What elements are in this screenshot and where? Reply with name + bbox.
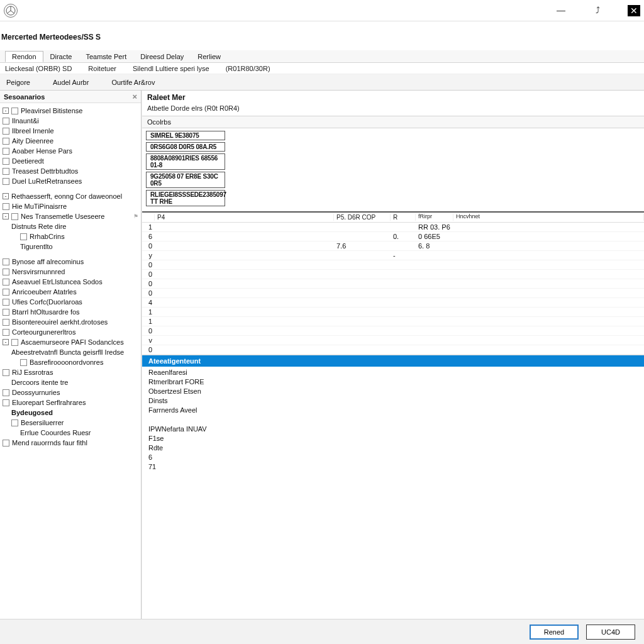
command-button[interactable]: RLIEGEI8SSSEDE2385097 TT RHE: [146, 190, 225, 206]
table-row[interactable]: 0: [142, 279, 644, 289]
node-icon: [3, 389, 9, 396]
ribbon-tab-4[interactable]: Rerliew: [191, 51, 228, 62]
table-row[interactable]: y-: [142, 251, 644, 260]
toolbar-item-b[interactable]: Audel Aurbr: [53, 79, 89, 86]
tree-node[interactable]: RrhabCrins: [3, 231, 138, 242]
pin-icon[interactable]: ⚑: [133, 211, 138, 221]
table-row[interactable]: 4: [142, 298, 644, 308]
command-button[interactable]: 8808A08901RIES 68556 01-8: [146, 153, 225, 170]
node-label: Aity Dieenree: [12, 136, 53, 146]
grid-col-0[interactable]: [142, 214, 155, 221]
tree-node[interactable]: Distnuts Rete dire: [3, 221, 138, 231]
tree-node[interactable]: -Pleavirsel Bitistense: [3, 106, 138, 116]
tree-node[interactable]: Nersvirsrnunnred: [3, 267, 138, 277]
tree-node[interactable]: -Nes Transemetle Useseere⚑: [3, 211, 138, 221]
tree-node[interactable]: Mend rauorrnds faur fithl: [3, 438, 138, 448]
tree-node[interactable]: Treasest Dettrbtudtos: [3, 166, 138, 176]
ribbon-tab-1[interactable]: Diracte: [43, 51, 79, 62]
tree-node[interactable]: Aity Dieenree: [3, 136, 138, 146]
command-button[interactable]: 0RS6G08 D0R5 08A.R5: [146, 142, 225, 152]
table-row[interactable]: 0: [142, 345, 644, 355]
cell: 0 66E5: [416, 233, 453, 240]
tree-node[interactable]: Bynose aff alrecominus: [3, 257, 138, 267]
content-header: Raleet Mer: [142, 91, 644, 104]
tree-node[interactable]: Bydeugosed: [3, 408, 138, 418]
table-row[interactable]: 0: [142, 270, 644, 279]
tree-node[interactable]: Deetieredt: [3, 156, 138, 166]
tree-node[interactable]: Ufies Corfc(Duorlaroas: [3, 297, 138, 307]
tree-node[interactable]: Duel LuRetRetransees: [3, 176, 138, 186]
window-restore-button[interactable]: ⤴: [591, 5, 604, 16]
grid-col-5[interactable]: Hncvhnet: [453, 214, 644, 221]
cell: 7.6: [334, 242, 391, 250]
detail-row: Rdte: [148, 443, 638, 453]
secondary-action-button[interactable]: UC4D: [586, 625, 635, 640]
window-close-button[interactable]: ✕: [628, 5, 640, 16]
tree-node[interactable]: Abeestretvatnfl Buncta geisrfll Iredse: [3, 347, 138, 357]
node-label: Besersiluerrer: [21, 418, 64, 428]
table-row[interactable]: 0: [142, 326, 644, 336]
tree-node[interactable]: -Rethaesserft, eonng Cor daweonoel: [3, 191, 138, 201]
ribbon-tab-0[interactable]: Rendon: [5, 51, 43, 62]
node-label: Bydeugosed: [11, 408, 53, 418]
expand-icon[interactable]: -: [3, 193, 9, 199]
node-icon: [3, 399, 9, 406]
tree-node[interactable]: Corteourgunererltros: [3, 327, 138, 337]
toolbar-item-a[interactable]: Peigore: [6, 79, 30, 86]
footer: Rened UC4D: [0, 619, 644, 644]
grid-col-4[interactable]: fRirpr: [416, 214, 453, 221]
expand-icon[interactable]: -: [3, 213, 9, 219]
app-logo-icon: [4, 4, 18, 18]
node-icon: [20, 359, 27, 366]
tree-node[interactable]: Errlue Coourdes Ruesr: [3, 428, 138, 438]
tree-node[interactable]: Aoaber Hense Pars: [3, 146, 138, 156]
node-label: Nersvirsrnunnred: [12, 267, 65, 277]
toolbar-item-c[interactable]: Ourtife Ar&rov: [111, 79, 155, 86]
tree-node[interactable]: Btarrl htOltusardre fos: [3, 307, 138, 317]
ribbon-tab-3[interactable]: Direesd Delay: [133, 51, 191, 62]
sidebar-close-icon[interactable]: ×: [132, 92, 137, 101]
expand-icon[interactable]: -: [3, 108, 9, 114]
table-row[interactable]: v: [142, 336, 644, 345]
command-button[interactable]: 9G25058 07 ER8E S30C 0R5: [146, 172, 225, 188]
tree-node[interactable]: Bisontereouirel aerkht.drotoses: [3, 317, 138, 327]
table-row[interactable]: 1RR 03. P6: [142, 223, 644, 232]
primary-action-button[interactable]: Rened: [530, 625, 579, 640]
tree-node[interactable]: Besersiluerrer: [3, 418, 138, 428]
grid-col-3[interactable]: R: [391, 214, 416, 221]
tree-node[interactable]: Ilnaunt&i: [3, 116, 138, 126]
cell: y: [142, 252, 155, 259]
subribbon-b: Roitetuer: [88, 65, 116, 72]
tree-node[interactable]: Dercoors itente tre: [3, 377, 138, 387]
tree-node[interactable]: Basrefiroooonordvonres: [3, 357, 138, 367]
sidebar: Sesoanarios × -Pleavirsel BitistenseIlna…: [0, 91, 142, 636]
node-icon: [3, 203, 9, 210]
table-row[interactable]: 0: [142, 289, 644, 298]
detail-row: F1se: [148, 434, 638, 443]
tree-node[interactable]: Aseavuel EtrLlstuncea Sodos: [3, 277, 138, 287]
tree-node[interactable]: Hie MuTiPinaisrre: [3, 201, 138, 211]
grid-col-1[interactable]: P4: [155, 214, 334, 221]
node-label: Mend rauorrnds faur fithl: [12, 438, 87, 448]
data-grid: P4 P5. D6R COP R fRirpr Hncvhnet 1RR 03.…: [142, 211, 644, 355]
tree-node[interactable]: -Ascaemurseore PAFI Sodanclces: [3, 337, 138, 347]
tree-node[interactable]: Eluorepart Serflrahrares: [3, 397, 138, 408]
ribbon-tab-2[interactable]: Teamste Pert: [79, 51, 133, 62]
tree-node[interactable]: Tigurentlto: [3, 242, 138, 252]
node-label: Aseavuel EtrLlstuncea Sodos: [12, 277, 103, 287]
tree-node[interactable]: Deossyurnuries: [3, 387, 138, 397]
node-label: Deetieredt: [12, 156, 44, 166]
window-minimize-button[interactable]: —: [555, 5, 567, 16]
command-button[interactable]: SIMREL 9E38075: [146, 131, 225, 140]
table-row[interactable]: 07.66. 8: [142, 242, 644, 251]
expand-icon[interactable]: -: [3, 339, 9, 345]
table-row[interactable]: 1: [142, 308, 644, 317]
table-row[interactable]: 1: [142, 317, 644, 326]
tree-node[interactable]: Anricoeuberr Atatrles: [3, 287, 138, 297]
tree-node[interactable]: Ilbreel Irnenle: [3, 126, 138, 136]
tree-node[interactable]: RiJ Essrotras: [3, 367, 138, 377]
grid-col-2[interactable]: P5. D6R COP: [334, 214, 391, 221]
table-row[interactable]: 60.0 66E5: [142, 232, 644, 242]
table-row[interactable]: 0: [142, 260, 644, 270]
subribbon-c: Silendl Lultiere speri lyse: [133, 65, 209, 72]
